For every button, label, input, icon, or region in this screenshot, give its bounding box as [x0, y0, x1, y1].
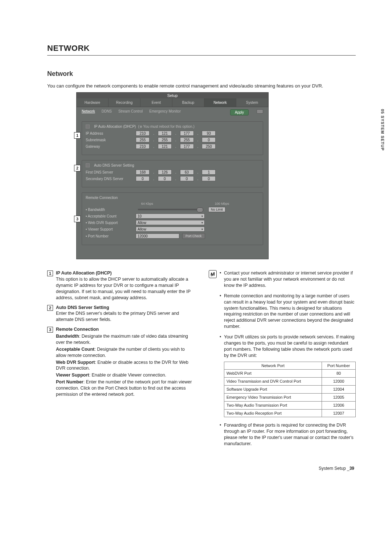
ip-oct[interactable]: 121	[158, 131, 172, 136]
viewer-select[interactable]: Allow▾	[136, 227, 205, 232]
no-limit-label: No Limit	[208, 207, 225, 212]
subnet-label: Subnetmask	[86, 138, 133, 142]
ip-oct[interactable]: 1	[202, 170, 216, 175]
ip-oct[interactable]: 177	[180, 131, 194, 136]
ip-oct[interactable]: 250	[202, 144, 216, 149]
section-title: Network	[47, 70, 356, 78]
side-chapter-label: 05 SYSTEM SETUP	[380, 109, 385, 151]
webdvr-label: • Web DVR Support	[86, 221, 133, 225]
side-chapter-text: 05 SYSTEM SETUP	[380, 109, 385, 151]
ip-oct[interactable]: 177	[180, 144, 194, 149]
ip-oct[interactable]: 126	[158, 170, 172, 175]
bw-right: 100 Mbps	[215, 202, 229, 206]
ip-oct[interactable]: 121	[158, 144, 172, 149]
note-icon: M	[209, 270, 217, 278]
table-row: Emergency Video Transmission Port12005	[224, 393, 356, 401]
ip-address-label: IP Address	[86, 131, 133, 135]
subtab-emergency[interactable]: Emergency Monitor	[149, 109, 181, 115]
setup-screenshot: 1 2 3 Setup Hardware Recording Event Bac…	[76, 92, 356, 259]
desc1-title: IP Auto Allocation (DHCP)	[56, 270, 112, 276]
dhcp-checkbox[interactable]	[86, 125, 90, 129]
tab-hardware[interactable]: Hardware	[77, 98, 109, 107]
ip-oct[interactable]: 0	[158, 176, 172, 181]
first-dns-label: First DNS Server	[86, 170, 133, 174]
table-row: Two-Way Audio Transmission Port12006	[224, 401, 356, 409]
note-1: Contact your network administrator or in…	[220, 270, 356, 289]
portnum-label: • Port Number	[86, 234, 133, 238]
note-3: Your DVR utilizes six ports to provide n…	[224, 334, 354, 358]
note-4: Forwarding of these ports is required fo…	[220, 422, 356, 447]
ip-oct[interactable]: 0	[202, 176, 216, 181]
dns-label: Auto DNS Server Setting	[94, 163, 134, 167]
tab-recording[interactable]: Recording	[109, 98, 140, 107]
ip-oct[interactable]: 255	[180, 137, 194, 142]
ip-oct[interactable]: 0	[180, 176, 194, 181]
table-row: Software Upgrade Port12004	[224, 386, 356, 394]
right-column: M Contact your network administrator or …	[209, 270, 356, 451]
ports-h2: Port Number	[322, 362, 356, 370]
page-footer: System Setup _39	[47, 466, 356, 471]
sub-tabs: Network DDNS Stream Control Emergency Mo…	[77, 107, 268, 118]
callout-2: 2	[74, 165, 81, 171]
port-check-button[interactable]: Port Check	[182, 233, 205, 239]
apply-button[interactable]: Apply	[230, 109, 249, 115]
webdvr-select[interactable]: Allow▾	[136, 220, 205, 225]
section-intro: You can configure the network components…	[47, 83, 356, 89]
ip-oct[interactable]: 93	[202, 131, 216, 136]
dhcp-label: IP Auto Allocation (DHCP)	[94, 125, 136, 129]
note-2: Remote connection and monitoring by a la…	[220, 293, 356, 330]
second-dns-label: Secondary DNS Server	[86, 177, 133, 181]
gateway-label: Gateway	[86, 145, 133, 149]
table-row: Two-Way Audio Reception Port12007	[224, 409, 356, 417]
acceptable-label: • Acceptable Count	[86, 214, 133, 218]
callout-1: 1	[74, 132, 81, 139]
portnum-input[interactable]: 12000	[136, 233, 179, 239]
subtab-stream[interactable]: Stream Control	[118, 109, 143, 115]
ip-oct[interactable]: 0	[136, 176, 150, 181]
acceptable-select[interactable]: 10▾	[136, 213, 205, 219]
ip-oct[interactable]: 255	[158, 137, 172, 142]
dns-checkbox[interactable]	[86, 163, 90, 167]
remote-title: Remote Connection	[86, 196, 259, 200]
window-title: Setup	[77, 93, 268, 98]
desc3-title: Remote Connection	[56, 327, 99, 332]
viewer-label: • Viewer Support	[86, 227, 133, 231]
subtab-network[interactable]: Network	[82, 109, 95, 115]
marker-2-icon: 2	[47, 305, 53, 311]
ip-oct[interactable]: 210	[136, 144, 150, 149]
keyboard-icon[interactable]	[257, 109, 263, 114]
marker-3-icon: 3	[47, 327, 53, 333]
left-column: 1 IP Auto Allocation (DHCP) This option …	[47, 270, 194, 451]
ip-oct[interactable]: 63	[180, 170, 194, 175]
ip-oct[interactable]: 255	[136, 137, 150, 142]
desc2-title: Auto DNS Server Setting	[56, 305, 109, 310]
tab-event[interactable]: Event	[140, 98, 172, 107]
callout-3: 3	[74, 216, 81, 222]
tab-system[interactable]: System	[236, 98, 268, 107]
dhcp-group: IP Auto Allocation (DHCP) (※ You must re…	[82, 121, 263, 155]
ip-oct[interactable]: 168	[136, 170, 150, 175]
main-tabs: Hardware Recording Event Backup Network …	[77, 98, 268, 107]
subtab-ddns[interactable]: DDNS	[102, 109, 112, 115]
ports-table: Network Port Port Number WebDVR Port80 V…	[224, 362, 356, 418]
desc2-body: Enter the DNS server's details to the pr…	[56, 311, 179, 322]
ip-oct[interactable]: 0	[202, 137, 216, 142]
tab-backup[interactable]: Backup	[172, 98, 204, 107]
desc1-body: This option is to allow the DHCP server …	[56, 277, 191, 300]
bw-left: 64 Kbps	[141, 202, 207, 206]
table-row: Video Transmission and DVR Control Port1…	[224, 378, 356, 386]
dhcp-note: (※ You must reboot for this option.)	[138, 125, 194, 129]
remote-group: Remote Connection 64 Kbps 100 Mbps • Ban…	[82, 192, 263, 245]
chapter-title: NETWORK	[47, 44, 356, 56]
tab-network[interactable]: Network	[204, 98, 236, 107]
dns-group: Auto DNS Server Setting First DNS Server…	[82, 160, 263, 187]
table-row: WebDVR Port80	[224, 370, 356, 378]
bandwidth-slider[interactable]	[138, 209, 203, 210]
ports-h1: Network Port	[224, 362, 322, 370]
ip-oct[interactable]: 210	[136, 131, 150, 136]
bandwidth-label: • Bandwidth	[86, 208, 133, 212]
marker-1-icon: 1	[47, 270, 53, 276]
